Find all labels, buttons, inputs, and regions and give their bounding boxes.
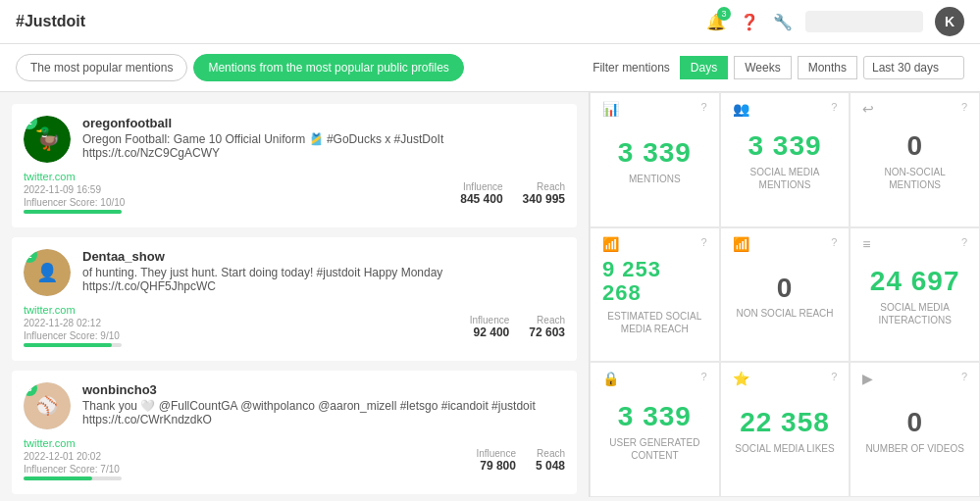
filter-label: Filter mentions [593,61,670,75]
period-days[interactable]: Days [680,56,728,79]
stat-value: 3 339 [618,138,692,169]
influence-score: Influencer Score: 7/10 [24,464,122,482]
settings-icon[interactable]: 🔧 [772,11,794,32]
post-text: of hunting. They just hunt. Start doing … [82,266,565,293]
signal-icon: 📶 [733,236,749,252]
notification-badge: 3 [717,7,731,21]
post-stats: Influence 79 800 Reach 5 048 [476,448,565,473]
stat-label: NON SOCIAL REACH [736,307,833,320]
avatar[interactable]: K [935,7,964,36]
social-icon: 👥 [733,101,749,117]
stat-social-mentions: 👥 ? 3 339 SOCIAL MEDIAMENTIONS [720,92,851,227]
help-icon[interactable]: ? [701,101,707,113]
post-source: twitter.com [24,304,122,316]
stat-non-social-reach: 📶 ? 0 NON SOCIAL REACH [720,227,851,363]
stat-non-social: ↩ ? 0 NON-SOCIALMENTIONS [850,92,980,227]
lock-icon: 🔒 [602,371,619,386]
list-item: 2 👤 Dentaa_show of hunting. They just hu… [12,237,577,361]
search-input[interactable] [805,11,923,32]
stat-label: ESTIMATED SOCIALMEDIA REACH [607,310,701,335]
help-icon[interactable]: ? [701,371,707,382]
page-title: #Justdoit [16,13,85,30]
influence-value: 79 800 [476,459,516,473]
chart-icon: 📊 [602,101,619,117]
reach-label: Reach [529,315,565,326]
influence-value: 845 400 [460,192,502,206]
post-text: Thank you 🤍 @FullCountGA @withpolanco @a… [82,399,565,426]
notifications-icon[interactable]: 🔔 3 [705,11,727,32]
tabs-bar: The most popular mentions Mentions from … [0,44,980,92]
stat-value: 24 697 [870,267,960,297]
tab-profiles[interactable]: Mentions from the most popular public pr… [193,54,463,81]
help-icon[interactable]: ? [831,371,837,382]
stat-label: MENTIONS [629,173,681,185]
reach-label: Reach [536,448,565,459]
stat-value: 0 [906,408,923,438]
stat-ugc: 🔒 ? 3 339 USER GENERATEDCONTENT [590,362,720,497]
influence-value: 92 400 [470,326,510,339]
tab-popular[interactable]: The most popular mentions [16,54,187,81]
signal-icon: 📶 [602,236,619,252]
star-icon: ⭐ [733,371,749,386]
post-stats: Influence 845 400 Reach 340 995 [460,181,565,206]
stat-value: 0 [777,274,794,304]
influence-score: Influencer Score: 9/10 [24,330,122,349]
stat-label: SOCIAL MEDIA LIKES [735,442,834,455]
stat-label: NUMBER OF VIDEOS [865,442,964,455]
stat-likes: ⭐ ? 22 358 SOCIAL MEDIA LIKES [720,362,851,497]
post-source: twitter.com [24,171,125,182]
stat-value: 3 339 [618,402,692,432]
help-icon[interactable]: ? [701,236,707,248]
range-select[interactable]: Last 30 days Last 7 days Last 90 days [863,56,964,79]
header-actions: 🔔 3 ❓ 🔧 K [705,7,964,36]
help-icon[interactable]: ? [961,101,967,113]
post-date: 2022-11-28 02:12 [24,318,122,328]
tabs-left: The most popular mentions Mentions from … [16,54,464,81]
period-weeks[interactable]: Weeks [734,56,791,79]
stat-videos: ▶ ? 0 NUMBER OF VIDEOS [850,362,980,497]
stat-interactions: ≡ ? 24 697 SOCIAL MEDIAINTERACTIONS [850,227,980,363]
stat-label: SOCIAL MEDIAMENTIONS [750,166,820,191]
username: oregonfootball [82,116,565,130]
stat-social-reach: 📶 ? 9 253 268 ESTIMATED SOCIALMEDIA REAC… [590,227,720,363]
reply-icon: ↩ [862,101,874,117]
username: wonbincho3 [82,382,565,397]
post-stats: Influence 92 400 Reach 72 603 [470,315,565,339]
influence-label: Influence [470,315,510,326]
help-icon[interactable]: ? [961,371,967,382]
influence-label: Influence [476,448,516,459]
post-date: 2022-12-01 20:02 [24,451,122,462]
help-icon[interactable]: ? [831,236,837,248]
avatar: 3 ⚾ [24,382,71,429]
stats-panel: 📊 ? 3 339 MENTIONS 👥 ? 3 339 SOCIAL MEDI… [589,92,980,497]
period-months[interactable]: Months [798,56,857,79]
post-date: 2022-11-09 16:59 [24,184,125,195]
stat-label: USER GENERATEDCONTENT [609,436,699,462]
avatar: 1 🦆 [24,116,71,163]
stat-mentions: 📊 ? 3 339 MENTIONS [590,92,720,227]
help-icon[interactable]: ? [831,101,837,113]
stat-value: 9 253 268 [602,258,707,305]
help-icon[interactable]: ❓ [739,11,760,32]
reach-value: 72 603 [529,326,565,339]
reach-label: Reach [523,181,565,192]
feed-panel: 1 🦆 oregonfootball Oregon Football: Game… [0,92,589,497]
help-icon[interactable]: ? [961,236,967,248]
stat-value: 0 [906,131,923,162]
reach-value: 340 995 [523,192,565,206]
play-icon: ▶ [862,371,873,386]
stat-value: 22 358 [740,408,830,438]
post-source: twitter.com [24,437,122,449]
post-text: Oregon Football: Game 10 Official Unifor… [82,132,565,160]
header: #Justdoit 🔔 3 ❓ 🔧 K [0,0,980,44]
stat-value: 3 339 [748,131,821,162]
reach-value: 5 048 [536,459,565,473]
main-content: 1 🦆 oregonfootball Oregon Football: Game… [0,92,980,497]
username: Dentaa_show [82,249,565,264]
list-item: 3 ⚾ wonbincho3 Thank you 🤍 @FullCountGA … [12,371,577,494]
list-item: 1 🦆 oregonfootball Oregon Football: Game… [12,104,577,227]
interactions-icon: ≡ [862,236,870,252]
stat-label: NON-SOCIALMENTIONS [885,166,946,191]
tabs-right: Filter mentions Days Weeks Months Last 3… [593,56,964,79]
influence-label: Influence [460,181,502,192]
